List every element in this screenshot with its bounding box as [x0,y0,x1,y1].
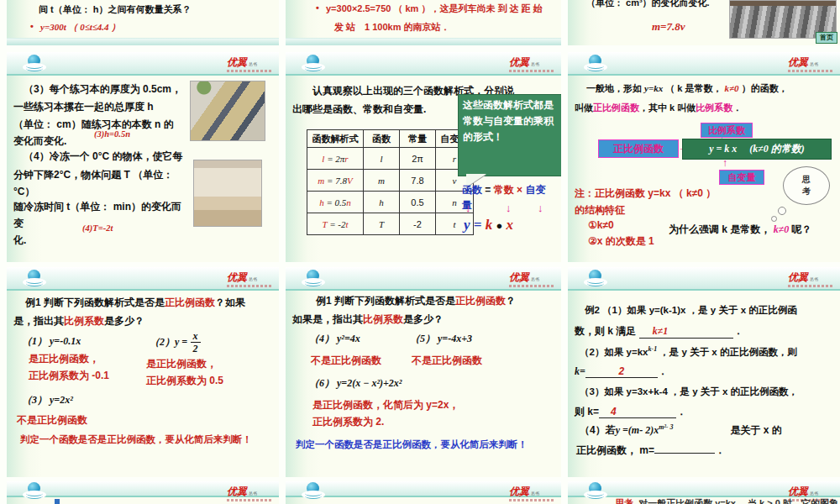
equals: = [474,217,482,233]
green-callout: 这些函数解析式都是常数与自变量的乘积的形式！ [458,94,561,176]
slide-header: 优翼丛书 [286,52,561,76]
text: 数，则 k 满足 [575,325,636,337]
brand-tagline [227,70,272,72]
wave-logo-icon [302,55,324,71]
wave-logo-icon [585,270,606,286]
brand-name: 优翼 [509,271,529,283]
formula: y=kx [644,83,663,93]
answer-blank: 2 [585,365,658,378]
brand-sub: 丛书 [249,276,257,281]
item-line: 数，则 k 满足 k≠1． [575,324,743,339]
formula-line: (4)T=-2t [82,223,113,233]
text-line: 间 t（单位： h）之间有何数量关系？ [39,3,192,16]
formula-line: y=300t （ 0≤t≤4.4 ） [40,21,120,34]
item-line: （4）若y =(m- 2)xm²- 3是关于 x 的 [580,423,782,438]
example-title-line1: 例1 判断下列函数解析式是否是正比例函数？如果 [25,296,245,310]
item-line: 正比例函数， m=． [576,444,725,458]
ykx-green-box: y = k x (k≠0 的常数) [682,139,832,160]
slide-header: 优翼丛书 [7,267,279,291]
item-3: （3） y=2x² [22,393,73,407]
brand-sub: 丛书 [249,491,257,496]
expr-mid: = 0.5 [324,197,347,207]
table-cell: h = 0.5n [307,192,364,213]
slide-b: • y=300×2.5=750 （ km ），这是列车尚未 到 达 距 始 发 … [286,0,561,45]
home-button[interactable]: 首页 [816,32,837,44]
item-4: （4） y²=4x [309,332,360,346]
slide-header: 优翼丛书 [7,52,279,76]
text: ？如果 [215,297,245,308]
text: ，是 y 关于 x 的正比例函数，则 [657,347,797,357]
wave-logo-icon [585,55,606,71]
example-title-line1: 例1 判断下列函数解析式是否是正比例函数？ [316,294,516,308]
slide-f: 优翼丛书 一般地，形如 y=kx （ k 是常数， k≠0 ）的函数， 叫做正比… [568,52,840,262]
text: 如果是，指出其 [292,313,363,325]
item-1: （1） y=-0.1x [22,334,81,349]
item-line: 例2 （1）如果 y=(k-1)x ，是 y 关于 x 的正比例函 [585,304,797,317]
brand-sub: 丛书 [810,61,818,66]
var-k: k [486,217,493,233]
text: 呢？ [789,223,811,235]
note-line1: 注：正比例函数 y=kx （ k≠0 ） [575,186,716,201]
table-cell: T = -2t [307,213,364,235]
table-cell: l [364,148,400,170]
expr-var: r [344,154,348,164]
slide-c: （单位： cm³）的变化而变化. m=7.8v 首页 [568,0,840,45]
text: 例1 判断下列函数解析式是否是 [25,297,165,308]
answer-line: 正比例系数为 2. [312,415,384,429]
term-proportional-function: 正比例函数 [165,297,215,308]
text-line: y=300×2.5=750 （ km ），这是列车尚未 到 达 距 始 [326,3,543,15]
term-proportional-function: 正比例函数 [455,295,506,307]
slide-header: 优翼丛书 [286,267,561,291]
brand-tagline [509,70,554,72]
down-arrow-icon: ↓ [506,202,512,214]
brand-name: 优翼 [227,271,247,283]
slide-header: 优翼丛书 [568,481,840,497]
bullet-square [55,499,60,504]
text-line: （单位： cm³）的变化而变化. [586,0,710,9]
text-line: 一些练习本摞在一起的总厚度 h [13,100,154,114]
answer-line: 正比例系数为 -0.1 [29,369,109,383]
brand-sub: 丛书 [810,276,818,281]
text: 是多少？ [403,313,444,325]
question-line: 为什么强调 k 是常数， k≠0 呢？ [669,223,812,237]
brand-tagline [227,499,272,501]
function-table: 函数解析式 函数 常量 自变量 l = 2πr l 2π r m = 7.8V … [307,129,474,235]
text: （ k 是常数， [663,83,724,93]
text: ？ [506,295,516,307]
think-line: 思考 对一般正比例函数 y=kx ，当 k > 0 时，它的图象 [615,497,838,504]
up-arrow-icon: ↑ [722,157,727,169]
notebooks-photo [190,81,265,141]
table-row: T = -2t T -2 t [307,213,474,235]
text: ． [715,444,725,456]
brand-name: 优翼 [509,56,529,68]
cloud-bubble [771,216,777,222]
table-header-cell: 函数 [364,130,400,148]
wave-logo-icon [24,270,45,286]
brand-name: 优翼 [788,486,808,497]
var-x: x [507,217,514,233]
wave-logo-icon [24,482,45,499]
brand-logo: 优翼丛书 [788,270,833,287]
expr-mid: = -2 [327,219,345,229]
brand-name: 优翼 [227,486,247,497]
text: 是关于 x 的 [730,424,781,436]
text-line: 发 站 1 100km 的南京站． [334,21,450,34]
thought-cloud: 思考 [783,166,830,205]
text: ． [676,406,686,417]
brand-name: 优翼 [509,486,529,497]
think-label: 思考 [615,498,633,504]
table-cell: l = 2πr [307,148,364,170]
text: ，其中 k 叫做 [639,102,696,113]
brand-logo: 优翼丛书 [509,484,554,501]
item-line: 则 k=4． [575,405,686,419]
freezer-photo [193,160,262,227]
table-header-cell: 常量 [400,130,436,148]
text: （4）若 [580,424,616,436]
text-line: 化. [13,234,26,248]
text-line: 随冷冻时间 t（单位： min）的变化而 [13,200,181,214]
slide-h: 优翼丛书 例1 判断下列函数解析式是否是正比例函数？ 如果是，指出其比例系数是多… [286,267,561,477]
text-line: （4）冷冻一个 0°C 的物体，使它每 [24,150,182,164]
down-arrow-icon: ↓ [538,202,543,214]
slide-header: 优翼丛书 [286,481,561,497]
text: ． [733,325,743,337]
